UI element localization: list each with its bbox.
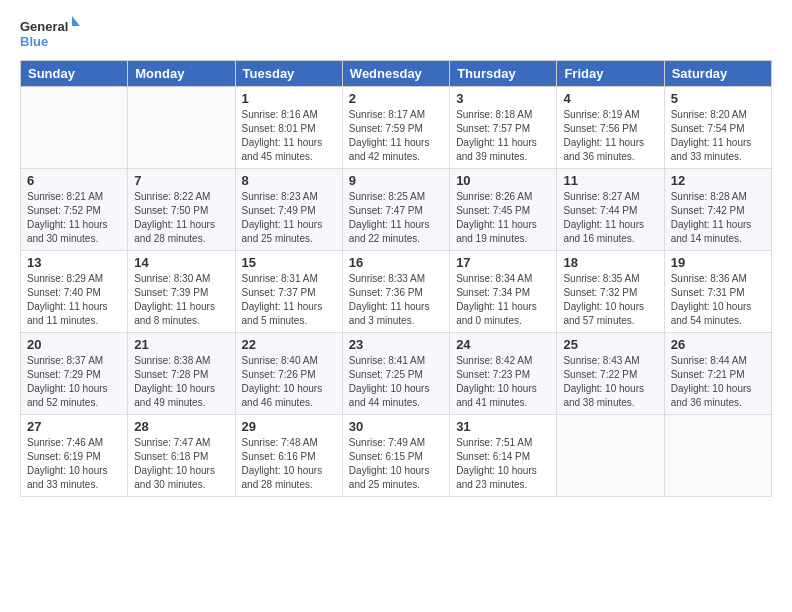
calendar-cell: 20Sunrise: 8:37 AM Sunset: 7:29 PM Dayli… bbox=[21, 333, 128, 415]
day-number: 2 bbox=[349, 91, 443, 106]
day-number: 8 bbox=[242, 173, 336, 188]
day-number: 29 bbox=[242, 419, 336, 434]
day-number: 21 bbox=[134, 337, 228, 352]
day-number: 10 bbox=[456, 173, 550, 188]
day-number: 31 bbox=[456, 419, 550, 434]
calendar-cell: 8Sunrise: 8:23 AM Sunset: 7:49 PM Daylig… bbox=[235, 169, 342, 251]
calendar-cell: 25Sunrise: 8:43 AM Sunset: 7:22 PM Dayli… bbox=[557, 333, 664, 415]
day-number: 30 bbox=[349, 419, 443, 434]
day-info: Sunrise: 8:37 AM Sunset: 7:29 PM Dayligh… bbox=[27, 354, 121, 410]
day-info: Sunrise: 8:20 AM Sunset: 7:54 PM Dayligh… bbox=[671, 108, 765, 164]
day-info: Sunrise: 8:16 AM Sunset: 8:01 PM Dayligh… bbox=[242, 108, 336, 164]
calendar-week-row: 13Sunrise: 8:29 AM Sunset: 7:40 PM Dayli… bbox=[21, 251, 772, 333]
day-info: Sunrise: 7:46 AM Sunset: 6:19 PM Dayligh… bbox=[27, 436, 121, 492]
calendar-cell: 13Sunrise: 8:29 AM Sunset: 7:40 PM Dayli… bbox=[21, 251, 128, 333]
calendar-cell: 7Sunrise: 8:22 AM Sunset: 7:50 PM Daylig… bbox=[128, 169, 235, 251]
calendar-cell: 31Sunrise: 7:51 AM Sunset: 6:14 PM Dayli… bbox=[450, 415, 557, 497]
day-info: Sunrise: 8:36 AM Sunset: 7:31 PM Dayligh… bbox=[671, 272, 765, 328]
weekday-header-wednesday: Wednesday bbox=[342, 61, 449, 87]
day-info: Sunrise: 8:21 AM Sunset: 7:52 PM Dayligh… bbox=[27, 190, 121, 246]
day-number: 20 bbox=[27, 337, 121, 352]
day-number: 1 bbox=[242, 91, 336, 106]
day-info: Sunrise: 8:29 AM Sunset: 7:40 PM Dayligh… bbox=[27, 272, 121, 328]
day-number: 24 bbox=[456, 337, 550, 352]
calendar-cell: 5Sunrise: 8:20 AM Sunset: 7:54 PM Daylig… bbox=[664, 87, 771, 169]
svg-marker-2 bbox=[72, 16, 80, 26]
calendar-cell: 17Sunrise: 8:34 AM Sunset: 7:34 PM Dayli… bbox=[450, 251, 557, 333]
day-info: Sunrise: 8:44 AM Sunset: 7:21 PM Dayligh… bbox=[671, 354, 765, 410]
weekday-header-friday: Friday bbox=[557, 61, 664, 87]
day-number: 19 bbox=[671, 255, 765, 270]
calendar-cell: 24Sunrise: 8:42 AM Sunset: 7:23 PM Dayli… bbox=[450, 333, 557, 415]
calendar-cell: 12Sunrise: 8:28 AM Sunset: 7:42 PM Dayli… bbox=[664, 169, 771, 251]
day-info: Sunrise: 8:22 AM Sunset: 7:50 PM Dayligh… bbox=[134, 190, 228, 246]
day-number: 17 bbox=[456, 255, 550, 270]
day-number: 27 bbox=[27, 419, 121, 434]
day-number: 18 bbox=[563, 255, 657, 270]
day-info: Sunrise: 8:25 AM Sunset: 7:47 PM Dayligh… bbox=[349, 190, 443, 246]
day-info: Sunrise: 8:18 AM Sunset: 7:57 PM Dayligh… bbox=[456, 108, 550, 164]
weekday-header-thursday: Thursday bbox=[450, 61, 557, 87]
calendar-cell: 15Sunrise: 8:31 AM Sunset: 7:37 PM Dayli… bbox=[235, 251, 342, 333]
day-number: 5 bbox=[671, 91, 765, 106]
day-number: 23 bbox=[349, 337, 443, 352]
weekday-header-saturday: Saturday bbox=[664, 61, 771, 87]
day-info: Sunrise: 8:19 AM Sunset: 7:56 PM Dayligh… bbox=[563, 108, 657, 164]
calendar-cell: 11Sunrise: 8:27 AM Sunset: 7:44 PM Dayli… bbox=[557, 169, 664, 251]
day-info: Sunrise: 8:28 AM Sunset: 7:42 PM Dayligh… bbox=[671, 190, 765, 246]
day-number: 14 bbox=[134, 255, 228, 270]
day-info: Sunrise: 8:31 AM Sunset: 7:37 PM Dayligh… bbox=[242, 272, 336, 328]
day-info: Sunrise: 8:35 AM Sunset: 7:32 PM Dayligh… bbox=[563, 272, 657, 328]
day-number: 6 bbox=[27, 173, 121, 188]
header: GeneralBlue bbox=[20, 16, 772, 52]
logo: GeneralBlue bbox=[20, 16, 80, 52]
calendar-table: SundayMondayTuesdayWednesdayThursdayFrid… bbox=[20, 60, 772, 497]
calendar-cell: 26Sunrise: 8:44 AM Sunset: 7:21 PM Dayli… bbox=[664, 333, 771, 415]
svg-text:Blue: Blue bbox=[20, 34, 48, 49]
day-number: 13 bbox=[27, 255, 121, 270]
calendar-cell bbox=[557, 415, 664, 497]
day-info: Sunrise: 8:41 AM Sunset: 7:25 PM Dayligh… bbox=[349, 354, 443, 410]
day-number: 22 bbox=[242, 337, 336, 352]
weekday-header-tuesday: Tuesday bbox=[235, 61, 342, 87]
day-number: 9 bbox=[349, 173, 443, 188]
day-info: Sunrise: 8:23 AM Sunset: 7:49 PM Dayligh… bbox=[242, 190, 336, 246]
day-number: 28 bbox=[134, 419, 228, 434]
day-info: Sunrise: 8:40 AM Sunset: 7:26 PM Dayligh… bbox=[242, 354, 336, 410]
calendar-cell: 10Sunrise: 8:26 AM Sunset: 7:45 PM Dayli… bbox=[450, 169, 557, 251]
calendar-cell: 19Sunrise: 8:36 AM Sunset: 7:31 PM Dayli… bbox=[664, 251, 771, 333]
day-number: 4 bbox=[563, 91, 657, 106]
day-number: 15 bbox=[242, 255, 336, 270]
calendar-week-row: 6Sunrise: 8:21 AM Sunset: 7:52 PM Daylig… bbox=[21, 169, 772, 251]
day-info: Sunrise: 8:33 AM Sunset: 7:36 PM Dayligh… bbox=[349, 272, 443, 328]
calendar-cell: 4Sunrise: 8:19 AM Sunset: 7:56 PM Daylig… bbox=[557, 87, 664, 169]
calendar-cell bbox=[664, 415, 771, 497]
day-info: Sunrise: 8:38 AM Sunset: 7:28 PM Dayligh… bbox=[134, 354, 228, 410]
day-number: 16 bbox=[349, 255, 443, 270]
calendar-cell: 6Sunrise: 8:21 AM Sunset: 7:52 PM Daylig… bbox=[21, 169, 128, 251]
day-info: Sunrise: 7:47 AM Sunset: 6:18 PM Dayligh… bbox=[134, 436, 228, 492]
calendar-cell: 18Sunrise: 8:35 AM Sunset: 7:32 PM Dayli… bbox=[557, 251, 664, 333]
calendar-cell: 30Sunrise: 7:49 AM Sunset: 6:15 PM Dayli… bbox=[342, 415, 449, 497]
calendar-cell bbox=[21, 87, 128, 169]
day-info: Sunrise: 7:51 AM Sunset: 6:14 PM Dayligh… bbox=[456, 436, 550, 492]
day-number: 25 bbox=[563, 337, 657, 352]
day-number: 11 bbox=[563, 173, 657, 188]
calendar-cell: 28Sunrise: 7:47 AM Sunset: 6:18 PM Dayli… bbox=[128, 415, 235, 497]
day-number: 3 bbox=[456, 91, 550, 106]
calendar-cell: 2Sunrise: 8:17 AM Sunset: 7:59 PM Daylig… bbox=[342, 87, 449, 169]
day-info: Sunrise: 8:30 AM Sunset: 7:39 PM Dayligh… bbox=[134, 272, 228, 328]
calendar-cell: 1Sunrise: 8:16 AM Sunset: 8:01 PM Daylig… bbox=[235, 87, 342, 169]
calendar-cell: 9Sunrise: 8:25 AM Sunset: 7:47 PM Daylig… bbox=[342, 169, 449, 251]
calendar-cell: 3Sunrise: 8:18 AM Sunset: 7:57 PM Daylig… bbox=[450, 87, 557, 169]
calendar-cell: 21Sunrise: 8:38 AM Sunset: 7:28 PM Dayli… bbox=[128, 333, 235, 415]
day-info: Sunrise: 7:49 AM Sunset: 6:15 PM Dayligh… bbox=[349, 436, 443, 492]
weekday-header-sunday: Sunday bbox=[21, 61, 128, 87]
day-info: Sunrise: 8:34 AM Sunset: 7:34 PM Dayligh… bbox=[456, 272, 550, 328]
day-info: Sunrise: 8:26 AM Sunset: 7:45 PM Dayligh… bbox=[456, 190, 550, 246]
day-number: 7 bbox=[134, 173, 228, 188]
svg-text:General: General bbox=[20, 19, 68, 34]
weekday-header-monday: Monday bbox=[128, 61, 235, 87]
calendar-week-row: 20Sunrise: 8:37 AM Sunset: 7:29 PM Dayli… bbox=[21, 333, 772, 415]
day-info: Sunrise: 7:48 AM Sunset: 6:16 PM Dayligh… bbox=[242, 436, 336, 492]
